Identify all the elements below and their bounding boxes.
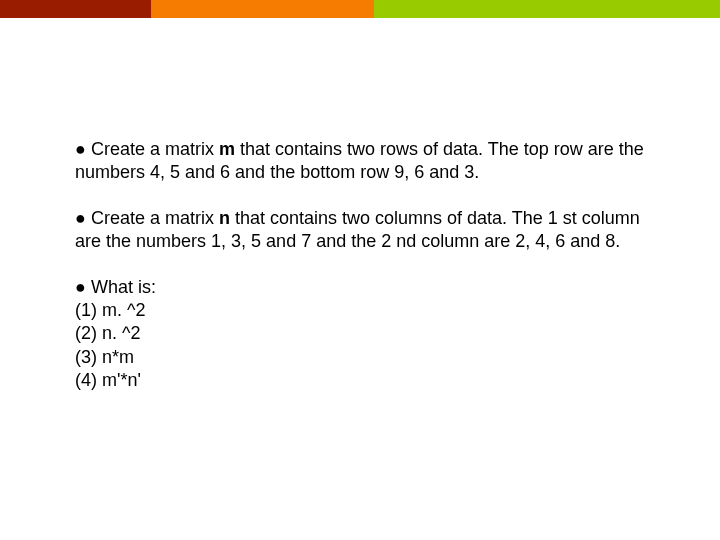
slide-content: ● Create a matrix m that contains two ro… [0, 18, 720, 393]
header-color-bar [0, 0, 720, 18]
var-m: m [219, 139, 235, 159]
bullet-icon: ● [75, 208, 86, 228]
var-n: n [219, 208, 230, 228]
text-n-pre: Create a matrix [91, 208, 219, 228]
question-3: (3) n*m [75, 346, 650, 369]
question-lead: What is: [91, 277, 156, 297]
paragraph-create-m: ● Create a matrix m that contains two ro… [75, 138, 650, 185]
bullet-icon: ● [75, 277, 86, 297]
bullet-icon: ● [75, 139, 86, 159]
bar-green [374, 0, 720, 18]
paragraph-questions: ● What is: (1) m. ^2 (2) n. ^2 (3) n*m (… [75, 276, 650, 393]
question-2: (2) n. ^2 [75, 322, 650, 345]
text-m-pre: Create a matrix [91, 139, 219, 159]
question-4: (4) m'*n' [75, 369, 650, 392]
question-1: (1) m. ^2 [75, 299, 650, 322]
paragraph-create-n: ● Create a matrix n that contains two co… [75, 207, 650, 254]
bar-orange [151, 0, 374, 18]
bar-red [0, 0, 151, 18]
